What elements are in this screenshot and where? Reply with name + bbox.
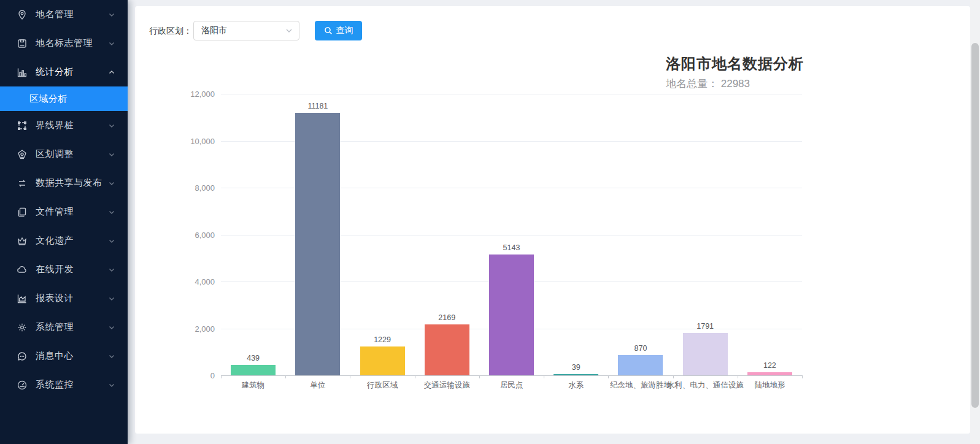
bar-value-label: 5143 [503,243,520,252]
sidebar-item-3[interactable]: 界线界桩 [0,111,128,140]
x-axis-tick [608,375,609,378]
sidebar-nav: 地名管理地名标志管理统计分析区域分析界线界桩区划调整数据共享与发布文件管理文化遗… [0,0,128,444]
sidebar-item-label: 报表设计 [36,293,108,304]
content-card: 行政区划： 洛阳市 查询 洛阳市地名数据分析 地名总量： 22983 02,00… [135,6,970,434]
bar-value-label: 1791 [696,322,714,331]
x-axis-tick [350,375,350,378]
bar-chart: 02,0004,0006,0008,00010,00012,000439建筑物1… [135,6,970,434]
bar-6[interactable] [618,355,663,375]
bar-5[interactable] [554,374,598,375]
chevron-up-icon [108,69,115,76]
sidebar-item-label: 统计分析 [36,66,108,78]
chevron-down-icon [108,151,115,158]
chevron-down-icon [108,381,115,389]
gear-icon [17,322,28,333]
sidebar-item-11[interactable]: 消息中心 [0,342,128,370]
chevron-down-icon [108,266,115,274]
sidebar-item-2[interactable]: 统计分析 [0,58,128,86]
gridline [221,94,802,94]
x-axis-category-label: 纪念地、旅游胜地 [610,380,671,391]
bar-value-label: 11181 [307,102,328,110]
bar-value-label: 2169 [438,313,455,322]
x-axis-tick [479,375,480,378]
sidebar-item-4[interactable]: 区划调整 [0,140,128,169]
x-axis-tick [673,375,674,378]
x-axis-category-label: 水利、电力、通信设施 [667,380,744,391]
bar-chart-icon [17,67,28,78]
sidebar-item-5[interactable]: 数据共享与发布 [0,169,128,197]
y-axis-tick-label: 2,000 [172,324,215,333]
bar-value-label: 122 [763,361,776,370]
bar-3[interactable] [425,324,469,375]
sidebar-item-label: 消息中心 [36,350,108,362]
sidebar-item-1[interactable]: 地名标志管理 [0,29,128,58]
report-chart-icon [17,293,28,304]
y-axis-tick-label: 4,000 [172,277,215,286]
bar-7[interactable] [683,333,728,375]
chevron-down-icon [108,40,115,47]
sidebar-item-7[interactable]: 文化遗产 [0,226,128,255]
sidebar-item-6[interactable]: 文件管理 [0,197,128,226]
x-axis-tick [221,375,222,378]
crown-icon [17,235,28,247]
y-axis-tick-label: 6,000 [172,230,215,239]
y-axis-tick-label: 0 [172,371,215,380]
sidebar-item-0[interactable]: 地名管理 [0,0,128,29]
chevron-down-icon [108,11,115,18]
message-icon [17,351,28,362]
x-axis-category-label: 居民点 [500,380,523,391]
bar-1[interactable] [295,113,340,375]
y-axis-tick-label: 10,000 [172,136,215,145]
sync-icon [17,178,28,189]
sidebar-subitem-region-analysis[interactable]: 区域分析 [0,86,128,111]
files-icon [17,207,28,218]
sidebar-item-label: 区划调整 [36,148,108,160]
badge-icon [17,149,28,160]
bar-4[interactable] [489,255,534,375]
y-axis-tick-label: 12,000 [172,90,215,99]
sidebar-item-label: 系统管理 [36,321,108,333]
bar-2[interactable] [360,346,405,375]
sidebar-item-9[interactable]: 报表设计 [0,284,128,313]
chevron-down-icon [108,180,115,187]
sidebar-item-label: 数据共享与发布 [36,177,108,189]
x-axis-line [221,375,803,376]
bar-0[interactable] [231,365,276,375]
sidebar-item-label: 界线界桩 [36,120,108,131]
bar-value-label: 439 [247,354,260,362]
boundary-frame-icon [17,120,28,131]
signboard-icon [17,38,28,49]
x-axis-tick [802,375,803,378]
cloud-icon [17,264,28,275]
bar-8[interactable] [747,372,792,375]
x-axis-tick [415,375,415,378]
y-axis-tick-label: 8,000 [172,183,215,193]
x-axis-category-label: 交通运输设施 [424,380,470,391]
bar-value-label: 1229 [374,335,391,344]
bar-value-label: 870 [635,344,647,353]
sidebar-item-label: 地名管理 [36,9,108,20]
x-axis-category-label: 行政区域 [367,380,398,391]
sidebar-item-10[interactable]: 系统管理 [0,313,128,342]
x-axis-category-label: 建筑物 [242,380,265,391]
x-axis-tick [738,375,738,378]
x-axis-category-label: 水系 [568,380,584,391]
x-axis-category-label: 单位 [310,380,325,391]
sidebar-item-label: 文件管理 [36,206,108,218]
x-axis-category-label: 陆地地形 [754,380,785,391]
monitor-gauge-icon [17,380,28,391]
bar-value-label: 39 [572,363,581,372]
sidebar-item-label: 地名标志管理 [36,37,108,49]
sidebar-item-label: 文化遗产 [36,235,108,247]
sidebar-item-label: 系统监控 [36,379,108,391]
chevron-down-icon [108,209,115,216]
sidebar-item-8[interactable]: 在线开发 [0,255,128,284]
page-scrollbar[interactable] [970,0,980,444]
x-axis-tick [285,375,286,378]
scrollbar-thumb[interactable] [971,43,979,408]
submenu-label: 区域分析 [29,93,68,105]
chevron-down-icon [108,122,115,129]
chevron-down-icon [108,295,115,302]
sidebar-item-label: 在线开发 [36,264,108,275]
sidebar-item-12[interactable]: 系统监控 [0,370,128,399]
